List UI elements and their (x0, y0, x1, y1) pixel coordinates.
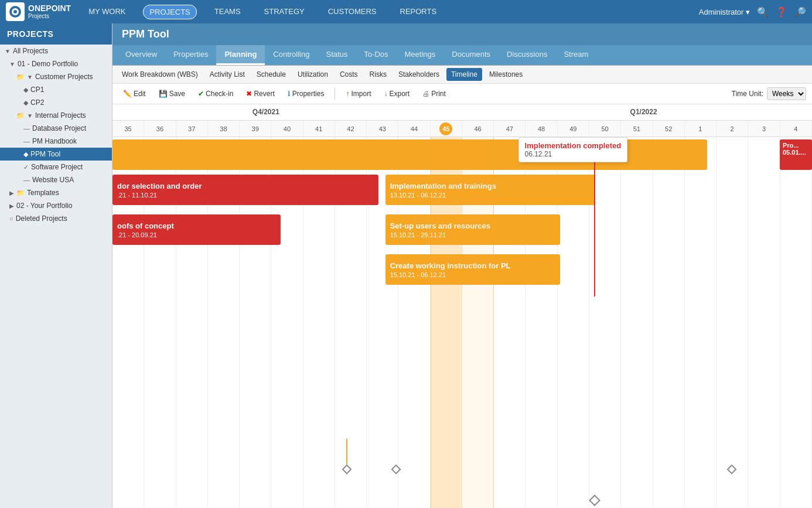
logo-text: ONEPOINT Projects (28, 4, 71, 21)
sidebar-item-your-portfolio[interactable]: ▶ 02 - Your Portfolio (0, 199, 112, 212)
sidebar-item-label: PPM Tool (30, 150, 60, 158)
import-button[interactable]: ↑ Import (341, 87, 376, 100)
sidebar-header: PROJECTS (0, 23, 112, 45)
gantt-col-51 (621, 137, 653, 508)
week-cell-46: 46 (462, 121, 494, 137)
subnav-milestones[interactable]: Milestones (485, 68, 527, 81)
sidebar-item-templates[interactable]: ▶ 📁 Templates (0, 186, 112, 199)
folder-icon: 📁 (16, 189, 25, 197)
nav-customers[interactable]: CUSTOMERS (322, 5, 383, 19)
tab-todos[interactable]: To-Dos (356, 45, 396, 65)
sidebar-item-label: 02 - Your Portfolio (16, 202, 72, 210)
sidebar-item-label: CP1 (30, 86, 44, 94)
export-button[interactable]: ↓ Export (379, 87, 414, 100)
print-button[interactable]: 🖨 Print (418, 87, 451, 100)
svg-point-2 (13, 10, 17, 13)
poc-bar[interactable]: oofs of concept .21 - 20.09.21 (112, 214, 281, 245)
toolbar: ✏️ Edit 💾 Save ✔ Check-in ✖ Revert ℹ Pro… (112, 84, 812, 104)
logo[interactable]: ONEPOINT Projects (6, 2, 71, 21)
tab-stream[interactable]: Stream (555, 45, 596, 65)
nav-projects[interactable]: PROJECTS (143, 5, 196, 19)
tab-overview[interactable]: Overview (117, 45, 165, 65)
subnav-schedule[interactable]: Schedule (252, 68, 291, 81)
week-cell-2: 2 (717, 121, 748, 137)
checkin-button[interactable]: ✔ Check-in (193, 87, 238, 100)
sidebar-item-label: CP2 (30, 98, 44, 107)
help-icon[interactable]: ❓ (776, 6, 787, 18)
implementation-bar[interactable]: Implementation and trainings 13.10.21 - … (385, 175, 595, 205)
subnav-activity-list[interactable]: Activity List (205, 68, 250, 81)
edit-button[interactable]: ✏️ Edit (118, 87, 151, 100)
quarter-q1: Q1/2022 (630, 108, 657, 116)
quarter-row: Q4/2021 Q1/2022 (112, 104, 812, 121)
subnav-wbs[interactable]: Work Breakdown (WBS) (117, 68, 203, 81)
milestone-vendor-shortlist (343, 439, 350, 473)
folder-icon: 📁 (16, 73, 25, 81)
logo-icon (6, 2, 25, 21)
tab-discussions[interactable]: Discussions (499, 45, 555, 65)
week-cell-39: 39 (240, 121, 271, 137)
sidebar-item-label: Database Project (32, 124, 86, 132)
subnav-costs[interactable]: Costs (335, 68, 363, 81)
tab-status[interactable]: Status (318, 45, 356, 65)
bar-title: Implementation and trainings (390, 182, 591, 190)
sidebar-item-label: All Projects (13, 47, 48, 55)
sidebar-item-database-project[interactable]: — Database Project (0, 122, 112, 135)
content-area: PPM Tool Overview Properties Planning Co… (112, 23, 812, 508)
tab-planning[interactable]: Planning (216, 45, 265, 65)
sidebar-item-customer-projects[interactable]: 📁 ▼ Customer Projects (0, 70, 112, 83)
milestone-vline (594, 156, 595, 296)
sidebar-item-all-projects[interactable]: ▼ All Projects (0, 45, 112, 57)
tab-controlling[interactable]: Controlling (265, 45, 318, 65)
week-cell-38: 38 (208, 121, 240, 137)
gantt-chart: Pro... 05.01.... dor selection and order… (112, 137, 812, 508)
sidebar-item-cp1[interactable]: ◆ CP1 (0, 83, 112, 96)
save-button[interactable]: 💾 Save (154, 87, 190, 100)
subnav-utilization[interactable]: Utilization (293, 68, 333, 81)
admin-label[interactable]: Administrator ▾ (699, 8, 750, 16)
sidebar-item-label: PM Handbook (32, 137, 77, 145)
folder-icon: 📁 (16, 112, 25, 120)
milestone-date: 06.12.21 (525, 150, 622, 158)
zoom-icon[interactable]: 🔎 (794, 6, 806, 18)
project-icon: ◆ (23, 99, 28, 107)
sidebar-item-internal-projects[interactable]: 📁 ▼ Internal Projects (0, 109, 112, 122)
week-cell-48: 48 (526, 121, 557, 137)
properties-icon: ℹ (288, 90, 291, 98)
subnav-risks[interactable]: Risks (365, 68, 391, 81)
gantt-area: Q4/2021 Q1/2022 353637383940414243444546… (112, 104, 812, 508)
export-icon: ↓ (384, 90, 387, 98)
nav-strategy[interactable]: STRATEGY (258, 5, 311, 19)
properties-button[interactable]: ℹ Properties (283, 87, 329, 100)
setup-users-bar[interactable]: Set-up users and resources 15.10.21 - 29… (385, 214, 561, 245)
collapse-icon: ▶ (9, 203, 14, 209)
sidebar-item-ppm-tool[interactable]: ◆ PPM Tool (0, 148, 112, 161)
sidebar-item-demo-portfolio[interactable]: ▼ 01 - Demo Portfolio (0, 57, 112, 70)
week-row: 3536373839404142434445464748495051521234 (112, 121, 812, 137)
tab-documents[interactable]: Documents (443, 45, 499, 65)
sidebar-item-software-project[interactable]: ✓ Software Project (0, 161, 112, 173)
nav-reports[interactable]: REPORTS (394, 5, 443, 19)
time-unit-select[interactable]: Weeks (767, 87, 806, 100)
project-icon: ◆ (23, 86, 28, 94)
subnav-timeline[interactable]: Timeline (446, 68, 482, 81)
check-icon: ✓ (23, 163, 29, 171)
week-cell-35: 35 (112, 121, 144, 137)
revert-button[interactable]: ✖ Revert (241, 87, 279, 100)
nav-mywork[interactable]: MY WORK (83, 5, 131, 19)
save-icon: 💾 (159, 90, 168, 98)
sidebar-item-cp2[interactable]: ◆ CP2 (0, 96, 112, 109)
instruction-bar[interactable]: Create working instruction for PL 15.10.… (385, 254, 561, 285)
nav-teams[interactable]: TEAMS (209, 5, 247, 19)
sidebar-item-website-usa[interactable]: — Website USA (0, 173, 112, 186)
week-cell-49: 49 (558, 121, 589, 137)
sidebar-item-deleted-projects[interactable]: ○ Deleted Projects (0, 212, 112, 225)
search-icon[interactable]: 🔍 (757, 6, 769, 18)
expand-icon: ▼ (9, 61, 15, 67)
tab-meetings[interactable]: Meetings (397, 45, 444, 65)
week-cell-4: 4 (780, 121, 812, 137)
sidebar-item-pm-handbook[interactable]: — PM Handbook (0, 135, 112, 148)
subnav-stakeholders[interactable]: Stakeholders (394, 68, 444, 81)
vendor-selection-bar[interactable]: dor selection and order .21 - 11.10.21 (112, 175, 378, 205)
tab-properties[interactable]: Properties (165, 45, 216, 65)
